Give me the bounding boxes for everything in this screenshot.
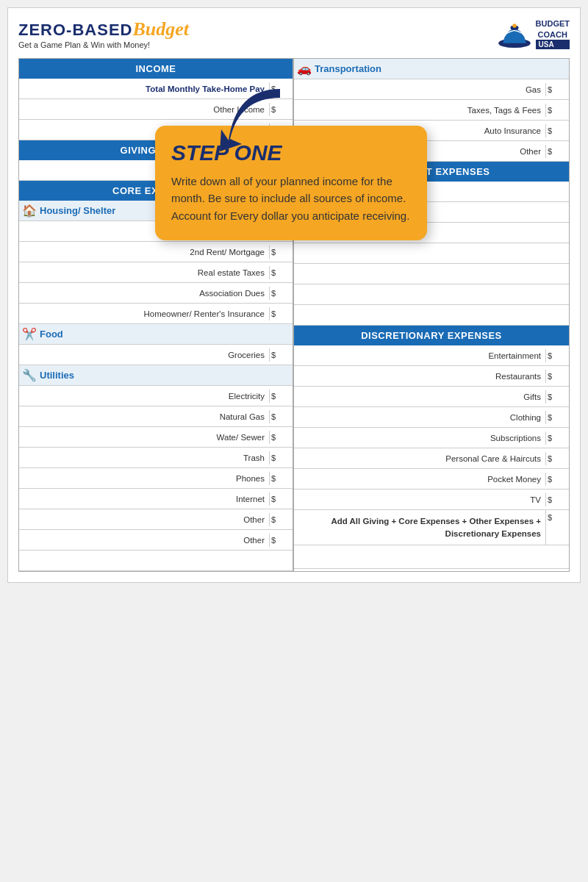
tv-label: TV bbox=[294, 493, 545, 506]
brand-text-block: BUDGETCOACH USA bbox=[536, 18, 570, 49]
summary-label: Add All Giving + Core Expenses + Other E… bbox=[294, 512, 545, 542]
left-filler bbox=[19, 551, 293, 571]
personalcare-dollar: $ bbox=[545, 452, 569, 465]
naturalgas-label: Natural Gas bbox=[19, 410, 269, 423]
transport-subheader: 🚗 Transportation bbox=[294, 59, 569, 79]
gifts-dollar: $ bbox=[545, 390, 569, 404]
rent2-row: 2nd Rent/ Mortgage $ bbox=[19, 242, 293, 262]
logo-right: BUDGETCOACH USA bbox=[498, 18, 570, 49]
subscriptions-label: Subscriptions bbox=[294, 431, 545, 445]
clothing-label: Clothing bbox=[294, 411, 545, 424]
pocketmoney-row: Pocket Money $ bbox=[294, 469, 569, 490]
logo-left: ZERO-BASEDBudget Get a Game Plan & Win w… bbox=[18, 18, 189, 49]
tv-row: TV $ bbox=[294, 490, 569, 510]
house-icon: 🏠 bbox=[22, 204, 37, 218]
brand-name: BUDGETCOACH bbox=[536, 18, 570, 40]
internet-dollar: $ bbox=[269, 492, 293, 506]
svg-point-2 bbox=[512, 24, 516, 27]
step-title: STEP ONE bbox=[171, 140, 411, 165]
discretionary-header: DISCRETIONARY EXPENSES bbox=[294, 326, 569, 345]
other1-row: Other $ bbox=[19, 509, 293, 530]
income-header: INCOME bbox=[19, 59, 293, 79]
trash-label: Trash bbox=[19, 451, 269, 465]
brand-usa: USA bbox=[536, 40, 570, 49]
electricity-label: Electricity bbox=[19, 390, 269, 403]
realestate-label: Real estate Taxes bbox=[19, 266, 269, 279]
car-icon: 🚗 bbox=[297, 62, 312, 76]
subscriptions-row: Subscriptions $ bbox=[294, 428, 569, 448]
entertainment-row: Entertainment $ bbox=[294, 345, 569, 366]
autoins-dollar: $ bbox=[545, 124, 569, 137]
important-filler4 bbox=[294, 243, 569, 264]
clothing-row: Clothing $ bbox=[294, 407, 569, 428]
food-subheader: ✂️ Food bbox=[19, 324, 293, 345]
budget-script-text: Budget bbox=[132, 18, 189, 40]
personalcare-label: Personal Care & Haircuts bbox=[294, 452, 545, 465]
transport-other-dollar: $ bbox=[545, 145, 569, 158]
total-monthly-label: Total Monthly Take-Home Pay bbox=[19, 82, 269, 96]
rent2-label: 2nd Rent/ Mortgage bbox=[19, 245, 269, 259]
subscriptions-dollar: $ bbox=[545, 431, 569, 445]
water-row: Wate/ Sewer $ bbox=[19, 427, 293, 448]
tags-label: Taxes, Tags & Fees bbox=[294, 104, 545, 117]
important-filler6 bbox=[294, 284, 569, 305]
phones-row: Phones $ bbox=[19, 468, 293, 489]
internet-label: Internet bbox=[19, 492, 269, 506]
entertainment-dollar: $ bbox=[545, 349, 569, 362]
gifts-label: Gifts bbox=[294, 390, 545, 404]
assoc-row: Association Dues $ bbox=[19, 283, 293, 304]
realestate-dollar: $ bbox=[269, 266, 293, 279]
total-monthly-dollar: $ bbox=[269, 82, 293, 96]
groceries-dollar: $ bbox=[269, 348, 293, 362]
bottom-filler bbox=[294, 545, 569, 569]
other2-dollar: $ bbox=[269, 534, 293, 547]
assoc-label: Association Dues bbox=[19, 287, 269, 300]
phones-label: Phones bbox=[19, 472, 269, 485]
phones-dollar: $ bbox=[269, 472, 293, 485]
utilities-label: Utilities bbox=[40, 370, 74, 381]
clothing-dollar: $ bbox=[545, 411, 569, 424]
tags-dollar: $ bbox=[545, 104, 569, 117]
brand-title: ZERO-BASEDBudget bbox=[18, 18, 189, 40]
entertainment-label: Entertainment bbox=[294, 349, 545, 362]
zero-based-text: ZERO-BASED bbox=[18, 21, 132, 39]
header: ZERO-BASEDBudget Get a Game Plan & Win w… bbox=[18, 18, 570, 49]
housing-label: Housing/ Shelter bbox=[40, 205, 115, 216]
gifts-row: Gifts $ bbox=[294, 387, 569, 407]
restaurants-row: Restaurants $ bbox=[294, 366, 569, 387]
utilities-icon: 🔧 bbox=[22, 368, 37, 382]
pocketmoney-dollar: $ bbox=[545, 473, 569, 486]
groceries-label: Groceries bbox=[19, 348, 269, 362]
tags-row: Taxes, Tags & Fees $ bbox=[294, 100, 569, 121]
restaurants-dollar: $ bbox=[545, 370, 569, 383]
gas-row: Gas $ bbox=[294, 79, 569, 100]
step-text: Write down all of your planned income fo… bbox=[171, 173, 411, 224]
important-filler5 bbox=[294, 264, 569, 284]
other-income-dollar: $ bbox=[269, 103, 293, 116]
rent2-dollar: $ bbox=[269, 245, 293, 259]
pocketmoney-label: Pocket Money bbox=[294, 473, 545, 486]
summary-row: Add All Giving + Core Expenses + Other E… bbox=[294, 510, 569, 545]
restaurants-label: Restaurants bbox=[294, 370, 545, 383]
gas-dollar: $ bbox=[545, 83, 569, 96]
electricity-dollar: $ bbox=[269, 390, 293, 403]
page: ZERO-BASEDBudget Get a Game Plan & Win w… bbox=[7, 7, 581, 583]
food-icon: ✂️ bbox=[22, 327, 37, 341]
other1-label: Other bbox=[19, 513, 269, 526]
trash-row: Trash $ bbox=[19, 448, 293, 468]
other2-row: Other $ bbox=[19, 530, 293, 551]
utilities-subheader: 🔧 Utilities bbox=[19, 365, 293, 386]
other-income-label: Other Income bbox=[19, 103, 269, 116]
water-label: Wate/ Sewer bbox=[19, 431, 269, 444]
other-income-row: Other Income $ bbox=[19, 99, 293, 120]
internet-row: Internet $ bbox=[19, 489, 293, 509]
water-dollar: $ bbox=[269, 431, 293, 444]
naturalgas-row: Natural Gas $ bbox=[19, 406, 293, 427]
summary-dollar: $ bbox=[545, 510, 569, 545]
transport-label: Transportation bbox=[315, 63, 381, 74]
trash-dollar: $ bbox=[269, 451, 293, 465]
tagline: Get a Game Plan & Win with Money! bbox=[18, 40, 189, 49]
important-filler7 bbox=[294, 305, 569, 326]
step-overlay: STEP ONE Write down all of your planned … bbox=[155, 126, 427, 240]
food-label: Food bbox=[40, 329, 63, 340]
